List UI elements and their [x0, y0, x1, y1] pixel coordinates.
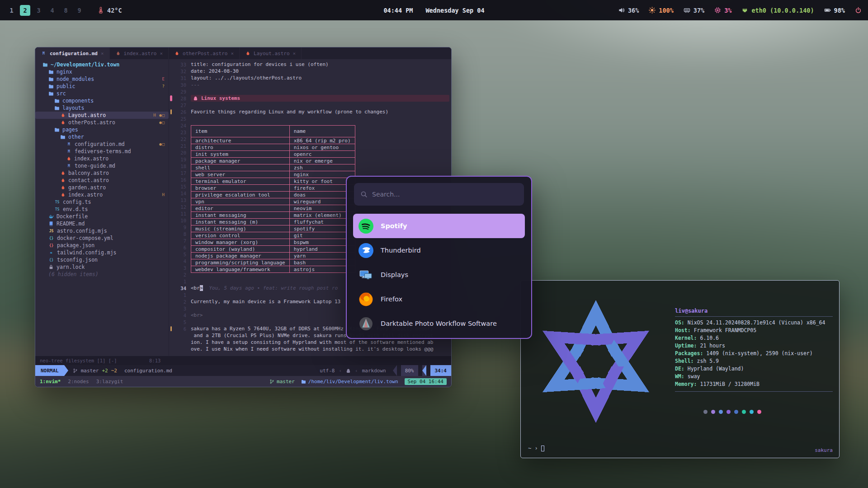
- app-icon: [359, 243, 373, 258]
- palette-dot: [742, 410, 746, 414]
- tree-item[interactable]: ~/Development/liv.town: [35, 61, 169, 68]
- bar-module[interactable]: 100%: [649, 7, 674, 14]
- tmux-window[interactable]: 2:nodes: [68, 379, 89, 385]
- tab-close-icon[interactable]: ×: [293, 51, 296, 56]
- table-header-name: name: [289, 126, 355, 137]
- search-input[interactable]: [372, 191, 518, 198]
- editor-tab[interactable]: Layout.astro ×: [240, 47, 302, 59]
- tree-item[interactable]: other: [35, 133, 169, 141]
- tree-item[interactable]: TS config.ts: [35, 198, 169, 206]
- tree-item-label: astro.config.mjs: [57, 228, 107, 234]
- tree-item[interactable]: node_modules E: [35, 75, 169, 83]
- tree-item[interactable]: {} tsconfig.json: [35, 256, 169, 263]
- tree-item[interactable]: M fediverse-terms.md: [35, 148, 169, 155]
- line-number: 32: [175, 69, 186, 74]
- tree-item[interactable]: contact.astro: [35, 177, 169, 184]
- tree-item-label: (6 hidden items): [48, 271, 99, 277]
- bar-module[interactable]: 3%: [714, 7, 731, 14]
- tree-item-label: README.md: [57, 221, 85, 227]
- palette-dot: [703, 410, 708, 414]
- table-cell-item: terminal emulator: [191, 178, 290, 185]
- line-number: 2: [169, 272, 186, 279]
- tree-item-label: components: [62, 98, 94, 104]
- tree-item-icon: ≈: [48, 251, 54, 255]
- tree-item-icon: M: [66, 150, 72, 154]
- tmux-window[interactable]: 1:nvim*: [40, 379, 61, 385]
- table-row: version control git: [191, 232, 355, 239]
- tree-item[interactable]: M configuration.md ●□: [35, 141, 169, 148]
- tree-item[interactable]: layouts: [35, 104, 169, 112]
- info-row: Uptime: 21 hours: [675, 343, 833, 350]
- launcher-item[interactable]: Spotify: [353, 214, 525, 238]
- info-row: Memory: 11731MiB / 31280MiB: [675, 381, 833, 389]
- workspace-button[interactable]: 8: [61, 5, 71, 16]
- tree-item[interactable]: ≈ tailwind.config.mjs: [35, 249, 169, 256]
- workspace-button[interactable]: 4: [47, 5, 57, 16]
- module-value: 98%: [834, 7, 845, 14]
- tree-item[interactable]: Dockerfile: [35, 213, 169, 220]
- line-number: 8: [169, 231, 186, 238]
- tree-item[interactable]: JS astro.config.mjs: [35, 227, 169, 235]
- tree-item[interactable]: public ?: [35, 83, 169, 90]
- bar-module[interactable]: eth0 (10.0.0.140): [741, 7, 814, 14]
- tree-item-icon: {}: [48, 244, 54, 248]
- info-label: OS:: [675, 319, 684, 327]
- app-label: Spotify: [381, 222, 407, 230]
- line-number: 25: [175, 116, 186, 122]
- tab-close-icon[interactable]: ×: [231, 51, 234, 56]
- workspace-button[interactable]: 1: [6, 5, 17, 16]
- tree-item[interactable]: (6 hidden items): [35, 271, 169, 278]
- launcher-search[interactable]: [354, 183, 524, 206]
- tree-item[interactable]: index.astro: [35, 155, 169, 162]
- workspace-button[interactable]: 2: [20, 5, 30, 16]
- editor-tab[interactable]: index.astro ×: [110, 47, 169, 59]
- editor-tab[interactable]: otherPost.astro ×: [169, 47, 240, 59]
- launcher-item[interactable]: Displays: [353, 263, 525, 287]
- terminal-color-palette: [703, 410, 761, 414]
- bar-module[interactable]: 37%: [684, 7, 704, 14]
- workspace-button[interactable]: 3: [33, 5, 44, 16]
- tree-item-label: src: [57, 90, 66, 97]
- line-number: 4: [175, 313, 186, 318]
- tree-item[interactable]: balcony.astro: [35, 169, 169, 177]
- tree-item[interactable]: garden.astro: [35, 184, 169, 191]
- tree-item[interactable]: index.astro H: [35, 191, 169, 198]
- info-label: Packages:: [675, 350, 703, 358]
- launcher-results: Spotify Thunderbird Displays Firefox Dar…: [347, 212, 531, 338]
- launcher-item[interactable]: Darktable Photo Workflow Software: [353, 311, 525, 336]
- workspace-button[interactable]: 9: [74, 5, 85, 16]
- tree-item[interactable]: TS env.d.ts: [35, 206, 169, 213]
- tab-close-icon[interactable]: ×: [101, 51, 104, 56]
- palette-dot: [757, 410, 761, 414]
- bar-modules: 36% 100% 37% 3%: [618, 7, 862, 14]
- tree-item-label: tsconfig.json: [57, 257, 98, 263]
- tab-label: index.astro: [124, 51, 157, 56]
- info-value: sway: [688, 373, 700, 381]
- bar-module[interactable]: 98%: [824, 7, 845, 14]
- launcher-item[interactable]: Thunderbird: [353, 238, 525, 263]
- tree-item[interactable]: {} docker-compose.yml: [35, 235, 169, 242]
- table-cell-name: astrojs: [289, 266, 355, 273]
- neo-tree-panel: ~/Development/liv.town nginx node_module…: [35, 59, 169, 356]
- tmux-window[interactable]: 3:lazygit: [96, 379, 123, 385]
- table-cell-item: programming/scripting language: [191, 259, 290, 266]
- tree-item-icon: [48, 84, 54, 89]
- tree-item[interactable]: nginx: [35, 68, 169, 75]
- tree-item[interactable]: pages: [35, 126, 169, 133]
- tree-item[interactable]: yarn.lock: [35, 263, 169, 271]
- tab-close-icon[interactable]: ×: [160, 51, 163, 56]
- tree-item[interactable]: src: [35, 90, 169, 97]
- launcher-item[interactable]: Firefox: [353, 287, 525, 311]
- tree-item[interactable]: README.md: [35, 220, 169, 227]
- tree-item-label: node_modules: [57, 76, 94, 82]
- tree-item[interactable]: otherPost.astro ●□: [35, 119, 169, 126]
- tree-item[interactable]: components: [35, 97, 169, 104]
- editor-tab[interactable]: M configuration.md ×: [35, 47, 110, 59]
- bar-module[interactable]: 36%: [618, 7, 639, 14]
- shell-prompt[interactable]: ~ ›: [528, 445, 544, 451]
- table-cell-name: wireguard: [289, 198, 355, 205]
- tree-item[interactable]: {} package.json: [35, 242, 169, 249]
- tree-item[interactable]: Layout.astro H ●□: [35, 112, 169, 119]
- tree-item[interactable]: M tone-guide.md: [35, 162, 169, 169]
- power-button[interactable]: [855, 7, 862, 14]
